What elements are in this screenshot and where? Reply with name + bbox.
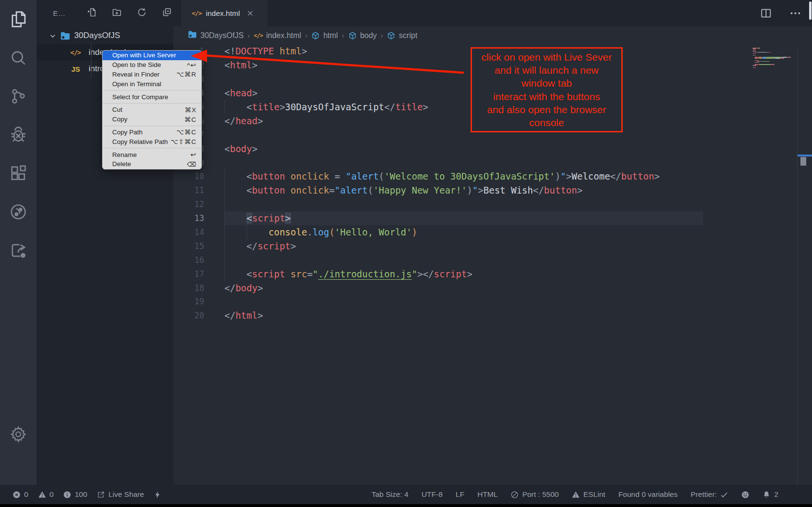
annotation-text-line: and also open the browser [472, 103, 621, 116]
html-file-icon: </> [70, 49, 85, 56]
line-number: 18 [173, 283, 204, 293]
status-bar-left: 00100Live Share [13, 485, 162, 504]
menu-item-open-in-terminal[interactable]: Open in Terminal [103, 79, 201, 89]
menu-shortcut: ↩ [191, 151, 196, 158]
code-line-19[interactable]: 19 [173, 295, 797, 309]
menu-item-select-for-compare[interactable]: Select for Compare [103, 92, 201, 102]
menu-item-reveal-in-finder[interactable]: Reveal in Finder⌥⌘R [103, 70, 201, 79]
status-problems-warnings[interactable]: 0 [38, 490, 54, 499]
code-line-18[interactable]: 18</body> [173, 281, 797, 295]
settings-gear-icon[interactable] [0, 415, 37, 454]
share-icon[interactable] [0, 231, 37, 270]
annotation-text-line: and it will launch a new [472, 64, 621, 77]
menu-item-open-with-live-server[interactable]: Open with Live Server [103, 51, 201, 60]
code-line-11[interactable]: 11 <button onclick="alert('Happy New Yea… [173, 183, 797, 197]
symbol-cube-icon [387, 31, 395, 40]
annotation-text-line: interact with the buttons [472, 90, 621, 103]
breadcrumb-separator: › [342, 31, 344, 39]
code-line-14[interactable]: 14 console.log('Hello, World') [173, 225, 797, 239]
status-eslint[interactable]: ESLint [572, 490, 605, 499]
debug-icon[interactable] [0, 116, 37, 154]
split-editor-icon[interactable] [760, 7, 773, 22]
html-file-icon: </> [254, 32, 263, 39]
status-problems-info[interactable]: 100 [63, 490, 87, 499]
new-folder-icon[interactable] [112, 7, 122, 19]
menu-shortcut: ⌘X [184, 106, 196, 114]
new-file-icon[interactable] [87, 7, 97, 19]
close-icon[interactable] [247, 10, 254, 17]
source-control-icon[interactable] [0, 77, 37, 116]
code-line-15[interactable]: 15 </script> [173, 239, 797, 253]
status-tab-size[interactable]: Tab Size: 4 [371, 490, 408, 499]
more-actions-icon[interactable] [789, 7, 802, 22]
symbol-cube-icon [348, 31, 357, 40]
vscode-window: E… 30DaysOfJS </> index.html JS introduc… [0, 0, 812, 507]
live-session-icon[interactable] [0, 193, 37, 231]
collapse-all-icon[interactable] [162, 7, 172, 19]
status-feedback-smiley[interactable] [741, 491, 749, 499]
smiley-icon [741, 491, 749, 499]
code-line-9[interactable]: 9 [173, 156, 797, 169]
menu-shortcut: ⌘C [184, 116, 196, 123]
line-number: 17 [173, 269, 204, 279]
slash-circle-icon [511, 491, 519, 499]
breadcrumb-item-script[interactable]: script [387, 31, 417, 40]
check-icon [720, 491, 728, 499]
menu-item-open-to-the-side[interactable]: Open to the Side^↩ [103, 60, 201, 70]
menu-item-copy[interactable]: Copy⌘C [103, 115, 201, 124]
window-bottom-edge [0, 504, 812, 507]
js-file-icon: JS [71, 65, 85, 73]
code-line-16[interactable]: 16 [173, 253, 797, 267]
code-line-20[interactable]: 20</html> [173, 309, 797, 323]
code-line-17[interactable]: 17 <script src="./introduction.js"></scr… [173, 267, 797, 281]
minimap[interactable] [753, 48, 797, 68]
warning-triangle-icon [38, 491, 46, 499]
bolt-icon [154, 491, 162, 499]
breadcrumb-item-index-html[interactable]: </>index.html [254, 31, 301, 40]
refresh-icon[interactable] [137, 7, 147, 19]
status-notifications[interactable]: 2 [762, 490, 778, 499]
context-menu: Open with Live ServerOpen to the Side^↩R… [102, 50, 202, 169]
status-eol[interactable]: LF [456, 490, 464, 499]
breadcrumb-item-30daysofjs[interactable]: 30DaysOfJS [188, 30, 244, 40]
status-problems-errors[interactable]: 0 [13, 490, 28, 499]
code-line-10[interactable]: 10 <button onclick = "alert('Welcome to … [173, 169, 797, 183]
activity-bar [0, 0, 37, 485]
breadcrumb-item-html[interactable]: html [311, 31, 338, 40]
breadcrumb-separator: › [380, 31, 383, 39]
extensions-icon[interactable] [0, 154, 37, 193]
status-found-variables[interactable]: Found 0 variables [618, 490, 678, 499]
menu-item-cut[interactable]: Cut⌘X [103, 105, 201, 115]
status-language-mode[interactable]: HTML [477, 490, 498, 499]
menu-item-copy-path[interactable]: Copy Path⌥⌘C [103, 128, 201, 137]
tab-index-html[interactable]: </> index.html [181, 0, 268, 26]
status-prettier[interactable]: Prettier: [691, 490, 728, 499]
editor-tab-bar: </> index.html [173, 0, 812, 26]
explorer-icon[interactable] [0, 0, 37, 39]
status-encoding[interactable]: UTF-8 [421, 490, 443, 499]
symbol-cube-icon [311, 31, 320, 40]
status-live-server-bolt[interactable] [154, 491, 162, 499]
menu-separator [103, 103, 201, 104]
code-line-8[interactable]: 8<body> [173, 142, 797, 156]
explorer-header: E… [37, 0, 173, 26]
status-live-server-port[interactable]: Port : 5500 [511, 490, 559, 499]
code-line-13[interactable]: 13<script> [173, 211, 797, 225]
overview-ruler-marker [798, 155, 812, 156]
breadcrumb-item-body[interactable]: body [348, 31, 377, 40]
status-live-share[interactable]: Live Share [97, 490, 144, 499]
search-icon[interactable] [0, 39, 37, 77]
scrollbar-thumb[interactable] [800, 157, 806, 166]
code-line-12[interactable]: 12 [173, 197, 797, 211]
status-bar-right: Tab Size: 4UTF-8LFHTMLPort : 5500ESLintF… [371, 485, 778, 504]
line-number: 10 [173, 171, 204, 181]
menu-item-rename[interactable]: Rename↩ [103, 150, 201, 159]
menu-item-copy-relative-path[interactable]: Copy Relative Path⌥⇧⌘C [103, 137, 201, 146]
chevron-down-icon[interactable] [49, 32, 56, 39]
folder-row-30daysofjs[interactable]: 30DaysOfJS [37, 28, 173, 43]
folder-icon [60, 31, 70, 40]
macos-scrollbar[interactable] [809, 1, 812, 20]
menu-item-delete[interactable]: Delete⌫ [103, 159, 201, 169]
overview-ruler-border [797, 47, 798, 485]
breadcrumb-separator: › [305, 31, 307, 39]
